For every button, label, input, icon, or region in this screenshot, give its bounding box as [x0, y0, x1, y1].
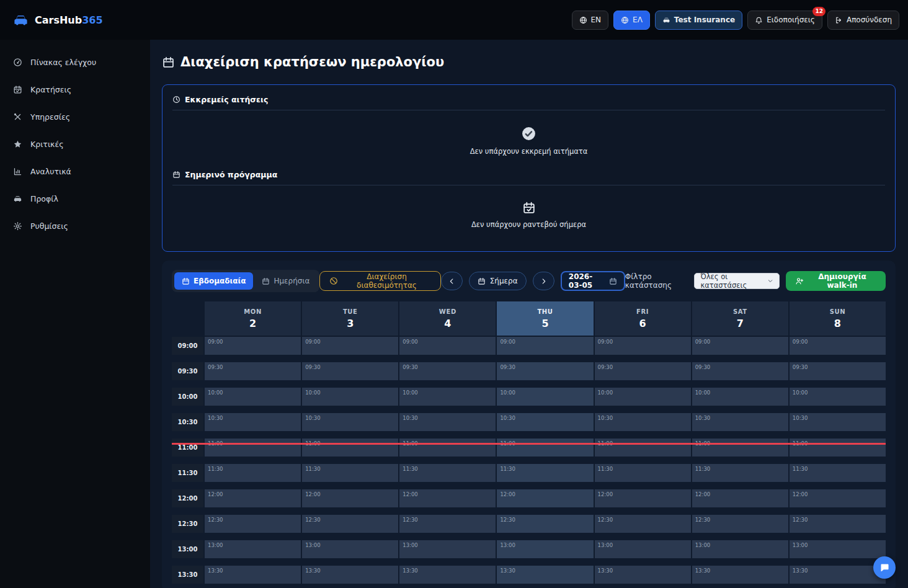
brand-logo[interactable]: CarsHub365	[12, 12, 103, 29]
slot-thu-0900[interactable]: 09:00	[497, 337, 593, 355]
slot-thu-1030[interactable]: 10:30	[497, 413, 593, 431]
slot-thu-1330[interactable]: 13:30	[497, 566, 593, 584]
slot-mon-1100[interactable]: 11:00	[205, 439, 301, 457]
slot-tue-1030[interactable]: 10:30	[302, 413, 398, 431]
sidebar-item-services[interactable]: Υπηρεσίες	[0, 103, 150, 130]
day-header-sun[interactable]: SUN8	[790, 301, 886, 336]
slot-sun-1300[interactable]: 13:00	[790, 540, 886, 558]
slot-mon-1030[interactable]: 10:30	[205, 413, 301, 431]
slot-mon-1330[interactable]: 13:30	[205, 566, 301, 584]
lang-en-button[interactable]: EN	[572, 11, 609, 30]
create-walkin-button[interactable]: Δημιουργία walk-in	[786, 271, 886, 291]
slot-thu-1000[interactable]: 10:00	[497, 388, 593, 406]
slot-fri-1030[interactable]: 10:30	[595, 413, 691, 431]
slot-sun-0930[interactable]: 09:30	[790, 362, 886, 380]
slot-tue-1000[interactable]: 10:00	[302, 388, 398, 406]
slot-mon-0930[interactable]: 09:30	[205, 362, 301, 380]
slot-tue-0900[interactable]: 09:00	[302, 337, 398, 355]
slot-wed-0930[interactable]: 09:30	[399, 362, 496, 380]
sidebar-item-bookings[interactable]: Κρατήσεις	[0, 76, 150, 103]
slot-sun-1130[interactable]: 11:30	[790, 464, 886, 482]
lang-el-button[interactable]: ΕΛ	[613, 11, 650, 30]
slot-wed-1130[interactable]: 11:30	[399, 464, 496, 482]
sidebar-item-profile[interactable]: Προφίλ	[0, 185, 150, 212]
slot-mon-1000[interactable]: 10:00	[205, 388, 301, 406]
slot-sun-1000[interactable]: 10:00	[790, 388, 886, 406]
slot-tue-1200[interactable]: 12:00	[302, 489, 398, 507]
slot-thu-1230[interactable]: 12:30	[497, 515, 593, 533]
logout-button[interactable]: Αποσύνδεση	[827, 11, 899, 30]
slot-fri-1200[interactable]: 12:00	[595, 489, 691, 507]
slot-sat-1230[interactable]: 12:30	[692, 515, 788, 533]
slot-sun-1200[interactable]: 12:00	[790, 489, 886, 507]
day-header-wed[interactable]: WED4	[399, 301, 496, 336]
slot-sat-0930[interactable]: 09:30	[692, 362, 788, 380]
test-insurance-button[interactable]: Test Insurance	[655, 11, 742, 30]
chat-fab-button[interactable]	[873, 556, 896, 579]
slot-tue-1100[interactable]: 11:00	[302, 439, 398, 457]
slot-sun-1030[interactable]: 10:30	[790, 413, 886, 431]
slot-sun-1100[interactable]: 11:00	[790, 439, 886, 457]
slot-tue-1230[interactable]: 12:30	[302, 515, 398, 533]
slot-sun-1230[interactable]: 12:30	[790, 515, 886, 533]
slot-fri-1000[interactable]: 10:00	[595, 388, 691, 406]
slot-fri-1330[interactable]: 13:30	[595, 566, 691, 584]
sidebar-item-analytics[interactable]: Αναλυτικά	[0, 158, 150, 185]
day-header-fri[interactable]: FRI6	[595, 301, 691, 336]
slot-mon-1300[interactable]: 13:00	[205, 540, 301, 558]
slot-sat-1330[interactable]: 13:30	[692, 566, 788, 584]
slot-fri-0930[interactable]: 09:30	[595, 362, 691, 380]
slot-thu-1200[interactable]: 12:00	[497, 489, 593, 507]
slot-fri-0900[interactable]: 09:00	[595, 337, 691, 355]
slot-tue-1330[interactable]: 13:30	[302, 566, 398, 584]
slot-wed-1330[interactable]: 13:30	[399, 566, 496, 584]
slot-sun-1330[interactable]: 13:30	[790, 566, 886, 584]
slot-sun-0900[interactable]: 09:00	[790, 337, 886, 355]
today-button[interactable]: Σήμερα	[469, 272, 527, 290]
slot-thu-1100[interactable]: 11:00	[497, 439, 593, 457]
slot-sat-1130[interactable]: 11:30	[692, 464, 788, 482]
slot-fri-1130[interactable]: 11:30	[595, 464, 691, 482]
slot-mon-0900[interactable]: 09:00	[205, 337, 301, 355]
manage-availability-button[interactable]: Διαχείριση διαθεσιμότητας	[319, 271, 440, 291]
slot-wed-1000[interactable]: 10:00	[399, 388, 496, 406]
slot-wed-1200[interactable]: 12:00	[399, 489, 496, 507]
slot-thu-0930[interactable]: 09:30	[497, 362, 593, 380]
slot-fri-1230[interactable]: 12:30	[595, 515, 691, 533]
slot-wed-1030[interactable]: 10:30	[399, 413, 496, 431]
day-header-sat[interactable]: SAT7	[692, 301, 788, 336]
sidebar-item-settings[interactable]: Ρυθμίσεις	[0, 212, 150, 239]
prev-week-button[interactable]	[441, 272, 463, 290]
slot-wed-1230[interactable]: 12:30	[399, 515, 496, 533]
day-header-mon[interactable]: MON2	[205, 301, 301, 336]
date-picker-input[interactable]: 2026-03-05	[561, 271, 625, 291]
slot-sat-0900[interactable]: 09:00	[692, 337, 788, 355]
slot-sat-1200[interactable]: 12:00	[692, 489, 788, 507]
status-filter-select[interactable]: Όλες οι καταστάσεις	[694, 273, 780, 289]
slot-sat-1030[interactable]: 10:30	[692, 413, 788, 431]
slot-sat-1100[interactable]: 11:00	[692, 439, 788, 457]
slot-wed-1100[interactable]: 11:00	[399, 439, 496, 457]
next-week-button[interactable]	[533, 272, 554, 290]
day-header-thu[interactable]: THU5	[497, 301, 593, 336]
slot-thu-1130[interactable]: 11:30	[497, 464, 593, 482]
slot-mon-1200[interactable]: 12:00	[205, 489, 301, 507]
day-header-tue[interactable]: TUE3	[302, 301, 398, 336]
daily-view-button[interactable]: Ημερήσια	[254, 272, 317, 290]
slot-mon-1230[interactable]: 12:30	[205, 515, 301, 533]
slot-mon-1130[interactable]: 11:30	[205, 464, 301, 482]
slot-fri-1300[interactable]: 13:00	[595, 540, 691, 558]
slot-tue-1300[interactable]: 13:00	[302, 540, 398, 558]
slot-tue-1130[interactable]: 11:30	[302, 464, 398, 482]
slot-sat-1300[interactable]: 13:00	[692, 540, 788, 558]
slot-wed-0900[interactable]: 09:00	[399, 337, 496, 355]
slot-thu-1300[interactable]: 13:00	[497, 540, 593, 558]
slot-sat-1000[interactable]: 10:00	[692, 388, 788, 406]
sidebar-item-reviews[interactable]: Κριτικές	[0, 130, 150, 158]
slot-wed-1300[interactable]: 13:00	[399, 540, 496, 558]
sidebar-item-dashboard[interactable]: Πίνακας ελέγχου	[0, 48, 150, 76]
notifications-button[interactable]: Ειδοποιήσεις 12	[747, 11, 822, 30]
slot-tue-0930[interactable]: 09:30	[302, 362, 398, 380]
slot-fri-1100[interactable]: 11:00	[595, 439, 691, 457]
weekly-view-button[interactable]: Εβδομαδιαία	[174, 272, 253, 290]
